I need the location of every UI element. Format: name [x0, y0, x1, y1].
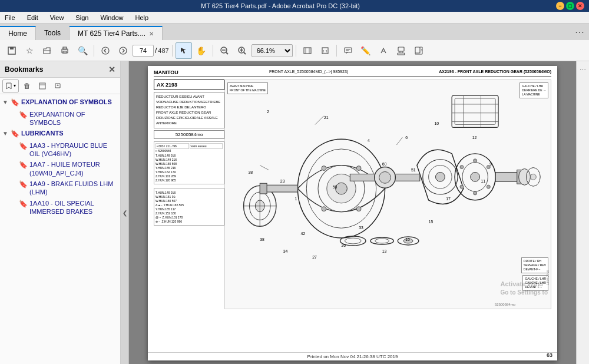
- svg-rect-3: [63, 47, 67, 49]
- svg-text:1:1: 1:1: [323, 49, 328, 53]
- prev-page-button[interactable]: [97, 42, 114, 59]
- bookmark-label: EXPLANATION OF SYMBOLS: [21, 98, 112, 106]
- pdf-viewer[interactable]: MANITOU FRONT AXLE_52500584MO_(-->| 9859…: [129, 61, 576, 364]
- bookmark-item-1aa7[interactable]: 🔖 1AA7 - HUILE MOTEUR (10W40_API_CJ4): [8, 159, 120, 178]
- svg-text:38: 38: [260, 237, 264, 241]
- svg-rect-25: [415, 47, 420, 53]
- svg-text:60: 60: [382, 162, 387, 166]
- bookmark-label: 1AA3 - HYDRAULIC BLUE OIL (VG46HV): [29, 141, 118, 158]
- tab-tools[interactable]: Tools: [36, 26, 70, 40]
- svg-text:34: 34: [283, 249, 288, 253]
- pdf-page-number: 63: [547, 352, 552, 358]
- close-button[interactable]: ✕: [576, 2, 584, 10]
- bookmark-icon: 🔖: [19, 111, 28, 120]
- page-separator: /: [155, 47, 157, 55]
- zoom-out-button[interactable]: [216, 42, 233, 59]
- bookmarks-panel: Bookmarks ✕ ▾ 🗑 ▼ 🔖 EXPLANATION OF SYMBO…: [0, 61, 121, 364]
- highlight-button[interactable]: [375, 42, 392, 59]
- menu-help[interactable]: Help: [133, 13, 151, 22]
- bookmarks-close-button[interactable]: ✕: [108, 65, 115, 74]
- svg-point-63: [379, 171, 391, 183]
- bookmark-icon: 🔖: [11, 98, 20, 108]
- svg-text:23: 23: [280, 179, 285, 183]
- svg-rect-43: [260, 183, 267, 194]
- svg-text:33: 33: [359, 226, 363, 230]
- svg-text:38: 38: [249, 170, 253, 174]
- svg-text:26: 26: [342, 243, 346, 247]
- maximize-button[interactable]: □: [566, 2, 574, 10]
- pdf-content: MANITOU FRONT AXLE_52500584MO_(-->| 9859…: [148, 66, 557, 360]
- pdf-footer: Printed on Mon Nov 04 21:26:38 UTC 2019 …: [148, 352, 557, 359]
- tab-document[interactable]: MT 625 Tier4 Parts.... ✕: [70, 26, 163, 40]
- export-button[interactable]: [411, 42, 427, 59]
- pen-button[interactable]: ✏️: [358, 42, 374, 59]
- comment-button[interactable]: [340, 42, 356, 59]
- watermark: Activate Wind Go to Settings to: [500, 280, 548, 297]
- svg-point-58: [519, 169, 531, 186]
- pdf-desc-en: FRONT AXLE REDUCTION GEAR: [156, 110, 222, 115]
- zoom-in-button[interactable]: [234, 42, 250, 59]
- bookmark-item-1aa10[interactable]: 🔖 1AA10 - OIL SPECIAL IMMERSED BRAKES: [8, 198, 120, 217]
- svg-text:1: 1: [295, 197, 297, 201]
- bookmark-item-explanation-sub[interactable]: 🔖 EXPLANATION OF SYMBOLS: [8, 109, 120, 128]
- new-button[interactable]: [4, 42, 20, 59]
- svg-text:13: 13: [382, 249, 387, 253]
- fit-page-button[interactable]: [299, 42, 316, 59]
- expand-button[interactable]: [35, 80, 49, 92]
- bookmark-item-1aa3[interactable]: 🔖 1AA3 - HYDRAULIC BLUE OIL (VG46HV): [8, 140, 120, 160]
- panel-collapse-handle[interactable]: ❮: [121, 61, 129, 364]
- technical-diagram: 38 2 21 6 10 12 9 11 17 15 16 13: [225, 80, 551, 309]
- svg-text:9: 9: [489, 162, 492, 166]
- hand-tool[interactable]: ✋: [193, 42, 210, 59]
- bookmark-options-button[interactable]: [51, 80, 65, 92]
- svg-point-55: [460, 166, 464, 169]
- next-page-button[interactable]: [115, 42, 131, 59]
- pdf-desc-it: RIDUZIONE EPICICLOIDALE ASSALE ANTERIORE: [156, 115, 222, 126]
- svg-text:17: 17: [446, 197, 451, 201]
- right-comment-button[interactable]: ⋯: [578, 64, 588, 77]
- actual-size-button[interactable]: 1:1: [317, 42, 333, 59]
- bookmark-item-1aa9[interactable]: 🔖 1AA9 - BRAKE FLUIDS LHM (LHM): [8, 178, 120, 198]
- menu-sign[interactable]: Sign: [73, 13, 91, 22]
- pdf-print-info: Printed on Mon Nov 04 21:26:38 UTC 2019: [307, 354, 398, 359]
- bookmarks-toolbar: ▾ 🗑: [0, 78, 120, 94]
- page-navigation: / 487: [133, 45, 169, 57]
- svg-rect-14: [304, 48, 311, 54]
- pdf-brand: MANITOU: [154, 70, 178, 75]
- bookmark-item-explanation[interactable]: ▼ 🔖 EXPLANATION OF SYMBOLS: [0, 97, 120, 109]
- delete-bookmark-button[interactable]: 🗑: [20, 80, 34, 92]
- select-tool[interactable]: [176, 42, 192, 59]
- tab-close-button[interactable]: ✕: [149, 31, 154, 37]
- menu-window[interactable]: Window: [98, 13, 125, 22]
- menu-file[interactable]: File: [2, 13, 18, 22]
- star-button[interactable]: ☆: [21, 42, 38, 59]
- svg-text:4: 4: [368, 138, 370, 143]
- tab-overflow-button[interactable]: ⋯: [570, 24, 589, 40]
- bookmark-icon: 🔖: [19, 161, 28, 170]
- minimize-button[interactable]: −: [556, 2, 564, 10]
- stamp-button[interactable]: [393, 42, 409, 59]
- svg-point-37: [336, 183, 348, 194]
- bookmark-icon: 🔖: [19, 180, 28, 190]
- print-button[interactable]: [57, 42, 73, 59]
- new-bookmark-dropdown[interactable]: ▾: [2, 80, 19, 92]
- search-button[interactable]: 🔍: [74, 42, 91, 59]
- bookmarks-header: Bookmarks ✕: [0, 61, 120, 78]
- right-panel: ⋯: [576, 61, 589, 364]
- svg-text:21: 21: [324, 115, 329, 120]
- menu-bar: File Edit View Sign Window Help: [0, 12, 589, 24]
- bookmark-icon: 🔖: [11, 130, 20, 139]
- svg-rect-64: [452, 95, 498, 127]
- bookmark-label: 1AA9 - BRAKE FLUIDS LHM (LHM): [29, 180, 118, 197]
- page-number-input[interactable]: [133, 45, 154, 57]
- tab-home[interactable]: Home: [0, 26, 36, 40]
- svg-point-46: [435, 172, 445, 181]
- menu-view[interactable]: View: [48, 13, 67, 22]
- zoom-dropdown[interactable]: 66.1% 50% 75% 100% 125% 150% 200%: [252, 44, 293, 57]
- svg-text:16: 16: [405, 237, 410, 241]
- open-button[interactable]: [39, 42, 55, 59]
- bookmark-item-lubricants[interactable]: ▼ 🔖 LUBRICANTS: [0, 128, 120, 140]
- pdf-desc-de: VORNACHSE REDUKTIONSGETRIEBE: [156, 100, 222, 105]
- menu-edit[interactable]: Edit: [25, 13, 41, 22]
- pdf-desc-fr: REDUCTEUR ESSIEU AVANT: [156, 94, 222, 100]
